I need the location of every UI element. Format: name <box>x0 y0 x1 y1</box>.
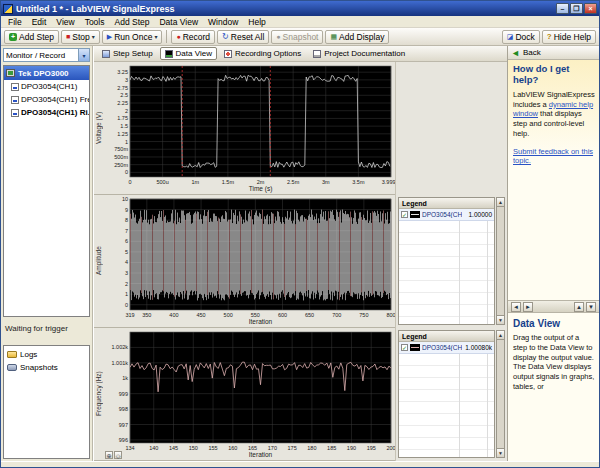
legend-checkbox[interactable]: ✓ <box>401 344 408 351</box>
svg-text:800: 800 <box>386 312 395 318</box>
svg-text:3: 3 <box>125 270 128 276</box>
back-arrow-icon[interactable]: ◄ <box>511 48 520 58</box>
menu-data-view[interactable]: Data View <box>154 17 203 27</box>
snapshot-button[interactable]: ● Snapshot <box>271 30 323 44</box>
mode-dropdown[interactable]: Monitor / Record ▾ <box>3 48 90 62</box>
legend-signal-value: 1.00080k <box>464 344 492 351</box>
svg-text:0: 0 <box>128 179 131 185</box>
legend-scrollbar[interactable]: ▲ ▼ <box>496 197 505 325</box>
stop-button[interactable]: ■ Stop ▾ <box>61 30 100 44</box>
trigger-status-text: Waiting for trigger <box>5 324 90 333</box>
svg-text:150: 150 <box>189 445 198 451</box>
amplitude-iteration-plot[interactable]: 1098765432103193504004505005506006507007… <box>103 195 395 327</box>
run-once-icon: ▶ <box>107 33 112 40</box>
pan-tool-icon[interactable]: ◇ <box>114 451 122 459</box>
scroll-up-icon[interactable]: ▲ <box>497 331 504 340</box>
add-step-label: Add Step <box>19 32 54 42</box>
svg-text:650: 650 <box>305 312 314 318</box>
run-once-button[interactable]: ▶ Run Once ▾ <box>102 30 163 44</box>
svg-text:3.999m: 3.999m <box>382 179 395 185</box>
add-step-button[interactable]: + Add Step <box>4 30 59 44</box>
svg-text:185: 185 <box>327 445 336 451</box>
nav-forward-icon[interactable]: ► <box>523 302 533 312</box>
help-panel: ◄ Back How do I get help? LabVIEW Signal… <box>507 46 599 461</box>
frequency-chart: Frequency (Hz) 1.002k1.001k1k99999899799… <box>94 328 395 461</box>
tab-step-setup[interactable]: Step Setup <box>97 47 158 60</box>
svg-text:3m: 3m <box>322 179 330 185</box>
menu-window[interactable]: Window <box>203 17 243 27</box>
add-display-label: Add Display <box>339 32 384 42</box>
run-once-label: Run Once <box>114 32 152 42</box>
svg-text:450: 450 <box>196 312 205 318</box>
frequency-iteration-plot[interactable]: 1.002k1.001k1k99999899799613414014515015… <box>103 328 395 460</box>
legend-row[interactable]: ✓ DPO3054(CH1) Rising Edge Count 1.00000 <box>399 209 494 221</box>
add-display-button[interactable]: ▦ Add Display <box>325 30 389 44</box>
svg-text:155: 155 <box>208 445 217 451</box>
reset-all-button[interactable]: ↻ Reset All <box>217 30 269 44</box>
svg-text:1: 1 <box>125 291 128 297</box>
voltage-time-plot[interactable]: 3.2532.752.52.2521.751.51.251750m500m250… <box>103 62 395 194</box>
tree-item-rising-edge[interactable]: DPO3054(CH1) Ri... <box>4 106 89 119</box>
minimize-button[interactable]: – <box>556 3 569 14</box>
folder-icon <box>7 351 17 358</box>
status-bar <box>1 461 599 467</box>
svg-text:175: 175 <box>288 445 297 451</box>
title-bar: Untitled 1 * - LabVIEW SignalExpress – ❐… <box>1 1 599 16</box>
data-view-workspace: Voltage (V) 3.2532.752.52.2521.751.51.25… <box>94 62 507 461</box>
menu-help[interactable]: Help <box>243 17 270 27</box>
center-area: Step Setup Data View Recording Options P… <box>93 46 507 461</box>
nav-up-icon[interactable]: ▲ <box>574 302 584 312</box>
menu-edit[interactable]: Edit <box>27 17 52 27</box>
legend-checkbox[interactable]: ✓ <box>401 211 408 218</box>
recording-options-icon <box>224 50 232 58</box>
nav-down-icon[interactable]: ▼ <box>586 302 596 312</box>
hide-help-button[interactable]: ? Hide Help <box>542 30 596 44</box>
tab-data-view[interactable]: Data View <box>160 47 217 60</box>
svg-text:600: 600 <box>278 312 287 318</box>
scroll-down-icon[interactable]: ▼ <box>497 448 504 457</box>
legend-row[interactable]: ✓ DPO3054(CH1) Frequency (Hz) 1.00080k <box>399 342 494 354</box>
tab-label: Project Documentation <box>324 49 405 58</box>
scroll-down-icon[interactable]: ▼ <box>497 315 504 324</box>
svg-text:134: 134 <box>125 445 134 451</box>
help-body: LabVIEW SignalExpress includes a dynamic… <box>513 90 595 139</box>
voltage-axis-label: Voltage (V) <box>94 62 103 194</box>
scroll-up-icon[interactable]: ▲ <box>497 198 504 207</box>
record-button[interactable]: ● Record <box>171 30 215 44</box>
run-once-dropdown-icon[interactable]: ▾ <box>154 33 157 40</box>
snapshot-label: Snapshot <box>283 32 319 42</box>
tree-device-header[interactable]: Tek DPO3000 <box>4 66 89 80</box>
tab-recording-options[interactable]: Recording Options <box>219 47 306 60</box>
svg-text:1.001k: 1.001k <box>111 360 128 366</box>
maximize-button[interactable]: ❐ <box>570 3 583 14</box>
snapshots-item[interactable]: Snapshots <box>5 361 88 374</box>
svg-text:9: 9 <box>125 207 128 213</box>
back-button[interactable]: Back <box>523 48 541 57</box>
tree-item-channel[interactable]: DPO3054(CH1) <box>4 80 89 93</box>
nav-back-icon[interactable]: ◄ <box>511 302 521 312</box>
menu-view[interactable]: View <box>51 17 79 27</box>
svg-text:997: 997 <box>119 422 128 428</box>
legend-title: Legend <box>399 331 494 342</box>
menu-tools[interactable]: Tools <box>80 17 110 27</box>
feedback-link[interactable]: Submit feedback on this topic. <box>513 147 595 167</box>
view-tabs: Step Setup Data View Recording Options P… <box>94 46 507 62</box>
logs-item[interactable]: Logs <box>5 348 88 361</box>
svg-text:10: 10 <box>122 196 128 202</box>
tree-item-frequency[interactable]: DPO3054(CH1) Freq... <box>4 93 89 106</box>
menu-file[interactable]: File <box>3 17 27 27</box>
svg-text:3.25: 3.25 <box>117 69 128 75</box>
zoom-tool-icon[interactable]: ⊕ <box>105 451 113 459</box>
dock-button[interactable]: ◪ Dock <box>502 30 540 44</box>
hide-help-icon: ? <box>547 33 552 41</box>
menu-add-step[interactable]: Add Step <box>109 17 154 27</box>
close-button[interactable]: × <box>584 3 597 14</box>
svg-text:145: 145 <box>169 445 178 451</box>
tab-project-documentation[interactable]: Project Documentation <box>308 47 410 60</box>
legend-signal-name: DPO3054(CH1) Frequency (Hz) <box>422 344 462 351</box>
stop-icon: ■ <box>66 33 70 40</box>
stop-dropdown-icon[interactable]: ▾ <box>92 33 95 40</box>
legend-signal-name: DPO3054(CH1) Rising Edge Count <box>422 211 462 218</box>
legend-scrollbar[interactable]: ▲ ▼ <box>496 330 505 458</box>
mode-dropdown-arrow-icon[interactable]: ▾ <box>78 49 89 61</box>
